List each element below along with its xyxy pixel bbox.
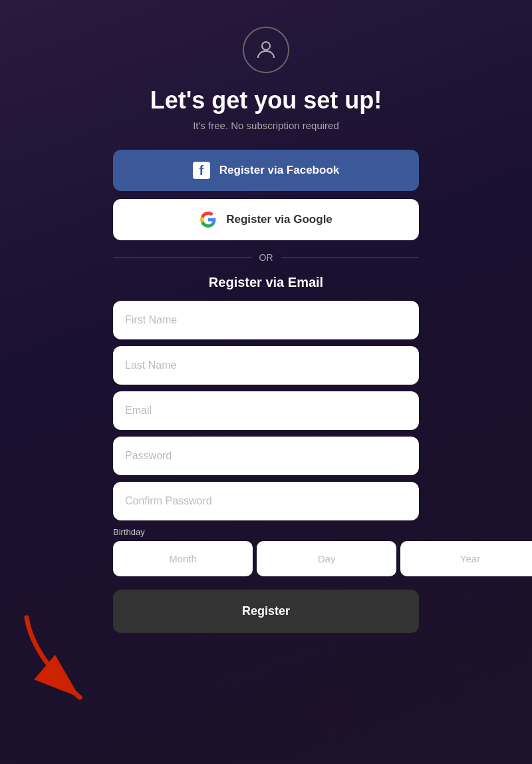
confirm-password-input[interactable] (113, 482, 419, 520)
last-name-input[interactable] (113, 346, 419, 385)
page-title: Let's get you set up! (150, 87, 382, 114)
registration-form: f Register via Facebook Register via Goo… (113, 150, 419, 633)
arrow-annotation (13, 604, 120, 711)
password-input[interactable] (113, 437, 419, 475)
birthday-gender-row: Birthday Gender Male Female Other (113, 527, 419, 578)
register-button[interactable]: Register (113, 590, 419, 633)
register-facebook-button[interactable]: f Register via Facebook (113, 150, 419, 191)
day-input[interactable] (257, 541, 396, 576)
birthday-label: Birthday (113, 527, 532, 537)
or-divider: OR (113, 252, 419, 263)
register-google-button[interactable]: Register via Google (113, 199, 419, 240)
first-name-input[interactable] (113, 301, 419, 339)
email-section-title: Register via Email (113, 275, 419, 290)
avatar-icon (243, 27, 289, 73)
birthday-inputs (113, 541, 532, 576)
month-input[interactable] (113, 541, 253, 576)
svg-point-0 (262, 42, 270, 50)
email-input[interactable] (113, 391, 419, 430)
facebook-icon: f (193, 162, 210, 179)
google-icon (200, 211, 217, 228)
birthday-section: Birthday (113, 527, 532, 578)
page-subtitle: It's free. No subscription required (193, 120, 339, 131)
year-input[interactable] (400, 541, 532, 576)
